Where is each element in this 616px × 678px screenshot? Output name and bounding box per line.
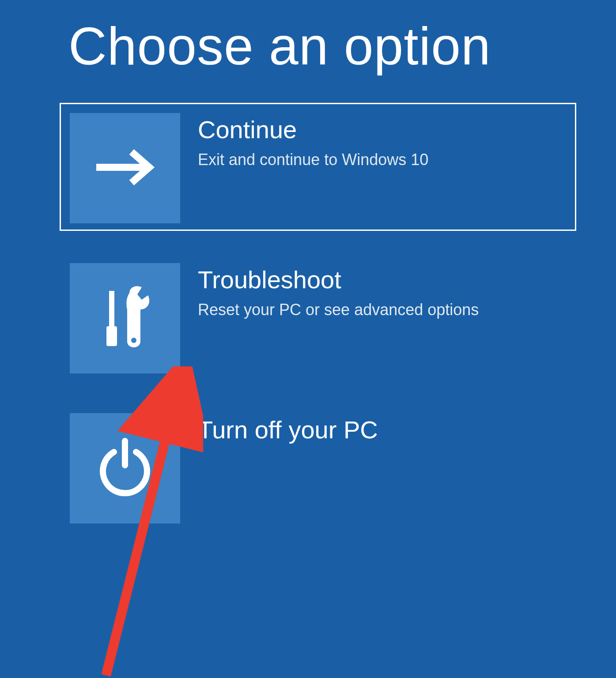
options-list: Continue Exit and continue to Windows 10 [0, 76, 616, 531]
turnoff-icon-box [70, 413, 180, 524]
option-continue-text: Continue Exit and continue to Windows 10 [180, 113, 428, 169]
option-continue[interactable]: Continue Exit and continue to Windows 10 [60, 103, 576, 231]
option-troubleshoot-desc: Reset your PC or see advanced options [198, 301, 479, 319]
option-continue-desc: Exit and continue to Windows 10 [198, 151, 428, 169]
tools-icon [94, 282, 156, 354]
continue-icon-box [70, 113, 180, 223]
option-troubleshoot-text: Troubleshoot Reset your PC or see advanc… [180, 263, 479, 319]
option-troubleshoot-title: Troubleshoot [198, 265, 479, 294]
svg-rect-2 [106, 326, 117, 346]
option-troubleshoot[interactable]: Troubleshoot Reset your PC or see advanc… [60, 253, 576, 381]
svg-point-3 [131, 338, 136, 343]
svg-rect-1 [109, 291, 114, 326]
option-turnoff-text: Turn off your PC [180, 413, 378, 451]
arrow-right-icon [92, 145, 158, 191]
troubleshoot-icon-box [70, 263, 180, 373]
power-icon [92, 434, 158, 502]
option-continue-title: Continue [198, 115, 428, 144]
page-title: Choose an option [0, 0, 616, 76]
option-turnoff-title: Turn off your PC [198, 415, 378, 444]
option-turnoff[interactable]: Turn off your PC [60, 403, 576, 531]
